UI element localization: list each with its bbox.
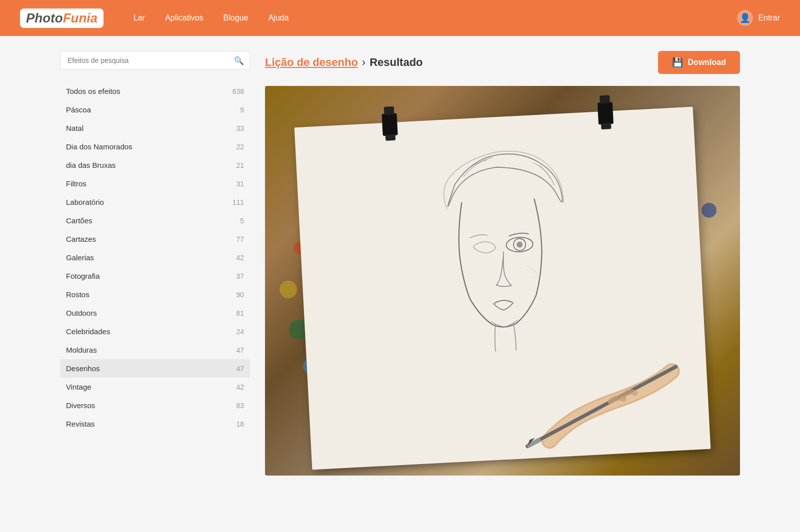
login-area[interactable]: 👤 Entrar <box>737 10 780 26</box>
sidebar-item-label: Rostos <box>66 290 90 299</box>
sidebar-item-label: Cartões <box>66 216 92 225</box>
result-image <box>265 86 740 476</box>
sidebar-item-count: 47 <box>236 365 244 373</box>
download-label: Download <box>688 58 726 67</box>
hand-svg <box>518 333 702 452</box>
nav-ajuda[interactable]: Ajuda <box>268 13 288 22</box>
sidebar-item-galerias[interactable]: Galerias 42 <box>60 248 250 267</box>
sidebar-item-label: Molduras <box>66 346 97 354</box>
logo-photo: Photo <box>26 10 63 26</box>
clip-left <box>382 113 398 136</box>
sidebar-item-todos-os-efeitos[interactable]: Todos os efeitos 638 <box>60 82 250 100</box>
sidebar-item-count: 24 <box>236 328 244 336</box>
login-label: Entrar <box>758 13 780 22</box>
clip-right <box>598 102 614 125</box>
search-input[interactable] <box>60 51 250 70</box>
sidebar-item-count: 31 <box>236 180 244 188</box>
sidebar-item-filtros[interactable]: Filtros 31 <box>60 174 250 193</box>
result-image-container <box>265 86 740 476</box>
sidebar-item-count: 33 <box>236 124 244 132</box>
sidebar: 🔍 Todos os efeitos 638 Páscoa 9 Natal 33… <box>60 51 250 476</box>
sidebar-item-label: dia das Bruxas <box>66 161 116 169</box>
main-container: 🔍 Todos os efeitos 638 Páscoa 9 Natal 33… <box>50 36 750 491</box>
sidebar-item-páscoa[interactable]: Páscoa 9 <box>60 100 250 119</box>
svg-point-2 <box>516 242 523 248</box>
sidebar-item-label: Revistas <box>66 420 95 428</box>
sidebar-item-label: Celebridades <box>66 327 110 336</box>
breadcrumb-link[interactable]: Lição de desenho <box>265 56 358 69</box>
sidebar-item-count: 638 <box>232 87 244 95</box>
logo[interactable]: PhotoFunia <box>20 8 104 28</box>
header: PhotoFunia Lar Aplicativos Blogue Ajuda … <box>0 0 800 36</box>
nav-lar[interactable]: Lar <box>134 13 145 22</box>
sidebar-item-count: 37 <box>236 272 244 280</box>
nav-aplicativos[interactable]: Aplicativos <box>165 13 203 22</box>
search-icon: 🔍 <box>234 56 244 65</box>
sidebar-item-dia-das-bruxas[interactable]: dia das Bruxas 21 <box>60 156 250 174</box>
sidebar-item-count: 42 <box>236 383 244 391</box>
sidebar-item-count: 47 <box>236 346 244 354</box>
sidebar-item-label: Galerias <box>66 253 94 262</box>
logo-funia: Funia <box>63 10 98 26</box>
sidebar-item-count: 83 <box>236 402 244 410</box>
sidebar-item-count: 18 <box>236 420 244 428</box>
sidebar-item-count: 9 <box>240 106 244 114</box>
sidebar-item-count: 22 <box>236 143 244 151</box>
category-list: Todos os efeitos 638 Páscoa 9 Natal 33 D… <box>60 82 250 433</box>
content-area: Lição de desenho › Resultado 💾 Download <box>250 51 740 476</box>
sidebar-item-label: Vintage <box>66 383 92 391</box>
sidebar-item-label: Todos os efeitos <box>66 87 120 95</box>
sidebar-item-natal[interactable]: Natal 33 <box>60 119 250 137</box>
sidebar-item-count: 90 <box>236 291 244 299</box>
sidebar-item-count: 77 <box>236 235 244 243</box>
search-container: 🔍 <box>60 51 250 70</box>
sidebar-item-laboratório[interactable]: Laboratório 111 <box>60 193 250 211</box>
breadcrumb-current: Resultado <box>370 56 422 69</box>
sidebar-item-rostos[interactable]: Rostos 90 <box>60 285 250 304</box>
download-icon: 💾 <box>672 57 683 68</box>
sidebar-item-label: Cartazes <box>66 235 96 243</box>
sidebar-item-count: 61 <box>236 309 244 317</box>
sidebar-item-outdoors[interactable]: Outdoors 61 <box>60 304 250 322</box>
sidebar-item-count: 21 <box>236 161 244 169</box>
sidebar-item-cartões[interactable]: Cartões 5 <box>60 211 250 230</box>
sidebar-item-diversos[interactable]: Diversos 83 <box>60 396 250 415</box>
user-icon: 👤 <box>737 10 753 26</box>
nav-blogue[interactable]: Blogue <box>224 13 248 22</box>
sidebar-item-desenhos[interactable]: Desenhos 47 <box>60 359 250 378</box>
sidebar-item-label: Natal <box>66 124 84 132</box>
breadcrumb-bar: Lição de desenho › Resultado 💾 Download <box>265 51 740 74</box>
sidebar-item-celebridades[interactable]: Celebridades 24 <box>60 322 250 341</box>
sidebar-item-label: Laboratório <box>66 198 104 206</box>
sidebar-item-label: Páscoa <box>66 105 91 114</box>
sidebar-item-cartazes[interactable]: Cartazes 77 <box>60 230 250 248</box>
sidebar-item-label: Diversos <box>66 401 95 410</box>
breadcrumb-separator: › <box>362 56 366 69</box>
sidebar-item-label: Desenhos <box>66 364 100 373</box>
sidebar-item-label: Outdoors <box>66 309 97 317</box>
sidebar-item-dia-dos-namorados[interactable]: Dia dos Namorados 22 <box>60 137 250 156</box>
download-button[interactable]: 💾 Download <box>658 51 740 74</box>
svg-line-3 <box>524 367 680 446</box>
sidebar-item-count: 111 <box>232 198 244 206</box>
sidebar-item-count: 5 <box>240 217 244 225</box>
sidebar-item-label: Fotografia <box>66 272 100 280</box>
sidebar-item-molduras[interactable]: Molduras 47 <box>60 341 250 359</box>
sidebar-item-vintage[interactable]: Vintage 42 <box>60 378 250 396</box>
sidebar-item-revistas[interactable]: Revistas 18 <box>60 415 250 433</box>
main-nav: Lar Aplicativos Blogue Ajuda <box>134 13 737 22</box>
sidebar-item-count: 42 <box>236 254 244 262</box>
sidebar-item-label: Filtros <box>66 179 86 188</box>
sidebar-item-label: Dia dos Namorados <box>66 142 132 151</box>
paper <box>294 107 711 470</box>
sidebar-item-fotografia[interactable]: Fotografia 37 <box>60 267 250 285</box>
breadcrumb: Lição de desenho › Resultado <box>265 56 423 69</box>
